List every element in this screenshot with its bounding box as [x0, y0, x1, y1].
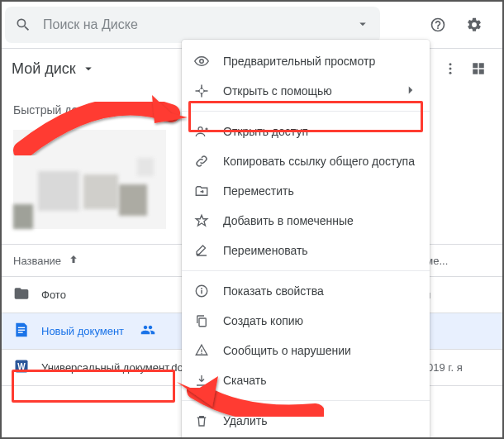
docs-icon [13, 322, 30, 341]
link-icon [193, 154, 210, 169]
menu-report[interactable]: Сообщить о нарушении [182, 336, 430, 365]
folder-icon [13, 285, 30, 304]
report-icon [193, 343, 210, 358]
search-box[interactable]: Поиск на Диске [5, 7, 380, 43]
context-menu: Предварительный просмотр Открыть с помощ… [182, 40, 430, 439]
sort-asc-icon [66, 253, 81, 268]
shared-icon [140, 322, 155, 340]
menu-copy[interactable]: Создать копию [182, 306, 430, 336]
svg-point-8 [200, 60, 204, 64]
svg-rect-13 [199, 318, 206, 327]
svg-point-0 [449, 63, 452, 65]
word-icon: W [13, 358, 30, 377]
help-button[interactable] [421, 8, 454, 41]
svg-rect-3 [18, 327, 25, 328]
svg-point-12 [201, 288, 202, 289]
chevron-down-icon [81, 61, 96, 76]
search-icon [15, 17, 31, 33]
menu-star[interactable]: Добавить в помеченные [182, 206, 430, 236]
file-name: Новый документ [41, 325, 124, 337]
star-icon [193, 213, 210, 228]
menu-preview[interactable]: Предварительный просмотр [182, 46, 430, 76]
search-placeholder: Поиск на Диске [43, 17, 355, 32]
search-options-icon[interactable] [355, 17, 370, 34]
open-with-icon [193, 84, 210, 98]
svg-rect-14 [201, 350, 202, 353]
my-drive-label: Мой диск [12, 60, 76, 78]
info-icon [193, 284, 210, 298]
grid-view-button[interactable] [464, 52, 492, 85]
menu-share[interactable]: Открыть доступ [182, 117, 430, 146]
svg-rect-5 [18, 332, 23, 333]
file-name: Фото [41, 289, 66, 301]
menu-copy-link[interactable]: Копировать ссылку общего доступа [182, 146, 430, 176]
svg-text:W: W [17, 362, 26, 371]
my-drive-breadcrumb[interactable]: Мой диск [12, 60, 96, 78]
menu-download[interactable]: Скачать [182, 365, 430, 395]
svg-point-1 [449, 68, 452, 70]
file-name: Универсальный документ.docx [41, 361, 194, 374]
person-add-icon [193, 124, 210, 139]
move-icon [193, 184, 210, 198]
menu-rename[interactable]: Переименовать [182, 236, 430, 265]
menu-open-with[interactable]: Открыть с помощью [182, 76, 430, 106]
download-icon [193, 373, 210, 388]
svg-point-15 [201, 353, 202, 355]
rename-icon [193, 243, 210, 258]
more-actions-button[interactable] [436, 52, 464, 85]
menu-move[interactable]: Переместить [182, 176, 430, 206]
chevron-right-icon [403, 83, 418, 100]
eye-icon [193, 54, 210, 69]
copy-icon [193, 313, 210, 328]
svg-rect-11 [201, 290, 202, 294]
menu-details[interactable]: Показать свойства [182, 276, 430, 306]
svg-rect-4 [18, 330, 25, 331]
menu-delete[interactable]: Удалить [182, 406, 430, 436]
trash-icon [193, 413, 210, 428]
svg-point-9 [198, 127, 202, 131]
settings-button[interactable] [458, 8, 491, 41]
quick-access-thumbnail[interactable] [13, 130, 166, 229]
svg-point-2 [449, 72, 452, 74]
